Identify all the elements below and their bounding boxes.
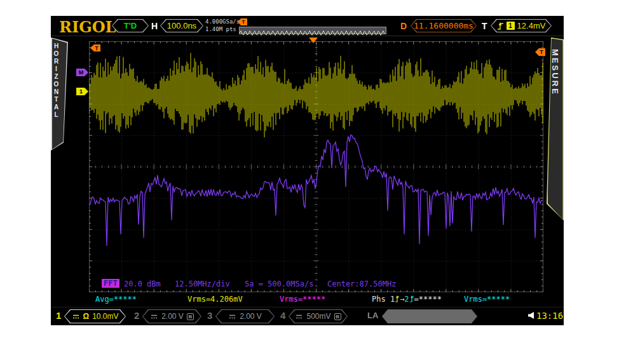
measurement-avg[interactable]: Avg=*****: [95, 295, 137, 304]
trigger-status-indicator: T'D: [112, 19, 149, 32]
sample-rate: 4.000GSa/s: [205, 18, 240, 25]
rising-edge-icon: [409, 295, 414, 302]
memory-depth: 1.40M pts: [205, 25, 240, 33]
dc-coupling-icon: [295, 314, 303, 320]
fft-center-frequency: Center:87.50MHz: [327, 280, 396, 288]
measurement-vrms-math[interactable]: Vrms=*****: [280, 295, 325, 304]
oscilloscope-screen: RIGOL T'D H 100.0ns 4.000GSa/s 1.40M pts…: [51, 16, 564, 325]
channel4-scale: 500mV: [306, 312, 330, 321]
brand-logo: RIGOL: [59, 18, 116, 36]
horizontal-label: H: [151, 21, 158, 31]
fft-badge: FFT: [102, 279, 119, 288]
la-label[interactable]: LA: [367, 311, 378, 320]
bandwidth-limit-icon: B: [187, 313, 194, 320]
fft-scale: 20.0 dBm: [124, 280, 161, 288]
rising-edge-icon: [497, 22, 504, 30]
trigger-label: T: [482, 21, 487, 31]
clock: 13:16: [536, 311, 563, 321]
speaker-icon: [527, 311, 535, 320]
measurement-vrms-ch1[interactable]: Vrms=4.206mV: [187, 295, 243, 304]
measurement-phase[interactable]: Phs 1→2=*****: [372, 295, 442, 304]
fft-info-row: FFT 20.0 dBm 12.50MHz/div Sa = 500.0MSa/…: [51, 279, 564, 290]
dc-coupling-icon: [228, 314, 236, 320]
record-wave-icon: [240, 30, 386, 36]
phase-suffix: =*****: [414, 295, 442, 304]
acquisition-readout: 4.000GSa/s 1.40M pts: [205, 18, 240, 33]
channel2-scale: 2.00 V: [161, 312, 184, 321]
channel4-number[interactable]: 4: [280, 310, 285, 321]
tab-measure-label: MESURE: [550, 49, 560, 96]
trigger-source-badge: 1: [507, 22, 515, 30]
trigger-settings-readout[interactable]: 1 12.4mV: [491, 19, 552, 32]
tab-horizontal-label: HORIZONTAL: [53, 43, 60, 119]
waveform-record-strip[interactable]: [239, 27, 386, 34]
tab-horizontal-menu[interactable]: HORIZONTAL: [51, 37, 68, 151]
la-settings[interactable]: 15 11 7 3: [382, 309, 477, 323]
dc-coupling-icon: [150, 314, 158, 320]
channel-status-bar: 1 Ω 10.0mV 2 2.00 V B: [51, 307, 564, 325]
graticule: [89, 41, 543, 292]
channel1-position-marker[interactable]: 1: [76, 88, 88, 95]
phase-ch2: 2: [404, 295, 409, 304]
top-status-bar: RIGOL T'D H 100.0ns 4.000GSa/s 1.40M pts…: [51, 16, 564, 36]
trigger-level-value: 12.4mV: [517, 21, 546, 30]
fft-sample-rate: Sa = 500.0MSa/s: [245, 280, 313, 288]
channel1-settings[interactable]: Ω 10.0mV: [64, 309, 126, 323]
channel1-scale: 10.0mV: [92, 312, 118, 321]
channel3-settings[interactable]: 2.00 V: [215, 309, 275, 323]
channel2-settings[interactable]: 2.00 V B: [142, 309, 201, 323]
timebase-readout[interactable]: 100.0ns: [160, 19, 203, 32]
fft-span-per-div: 12.50MHz/div: [175, 280, 230, 288]
measurement-vrms-ch2[interactable]: Vrms=*****: [464, 295, 510, 304]
channel3-number[interactable]: 3: [207, 310, 212, 321]
horizontal-delay-readout[interactable]: 11.1600000ms: [411, 19, 477, 32]
channel2-number[interactable]: 2: [134, 310, 139, 321]
channel1-number[interactable]: 1: [56, 310, 61, 321]
dc-coupling-icon: [72, 314, 80, 320]
delay-label: D: [400, 21, 407, 31]
trigger-position-marker-icon[interactable]: [309, 37, 318, 43]
channel4-settings[interactable]: 500mV B: [289, 309, 348, 323]
la-bit-square: [472, 306, 476, 310]
impedance-icon: Ω: [83, 312, 90, 321]
math-position-marker[interactable]: M: [76, 69, 88, 76]
measurements-row: Avg=***** Vrms=4.206mV Vrms=***** Phs 1→…: [51, 294, 564, 305]
channel3-scale: 2.00 V: [240, 312, 262, 321]
bandwidth-limit-icon: B: [334, 313, 341, 320]
rising-edge-icon: [395, 295, 400, 302]
phase-prefix: Phs 1: [372, 295, 395, 304]
tab-measure-menu[interactable]: MESURE: [547, 37, 564, 220]
